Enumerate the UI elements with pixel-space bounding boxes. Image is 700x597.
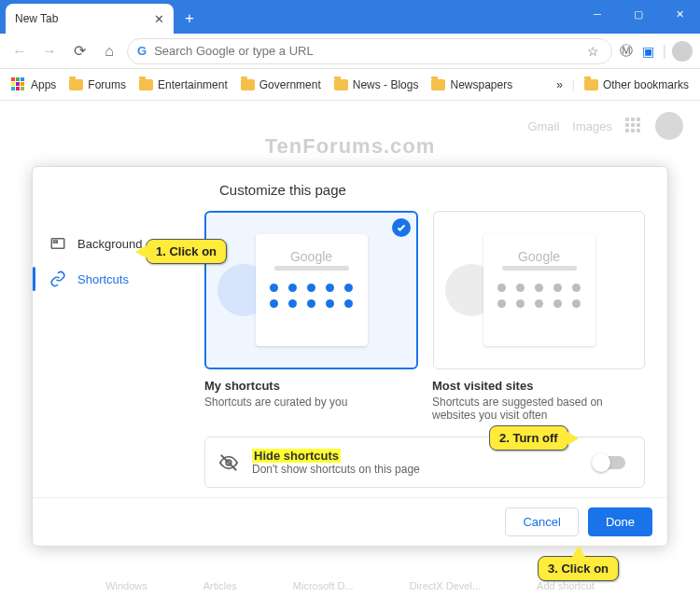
card-my-shortcuts[interactable]: Google <box>204 211 418 369</box>
card-subtitle: Shortcuts are suggested based on website… <box>432 396 645 422</box>
dialog-content: Google Google <box>182 207 667 497</box>
omnibox[interactable]: G ☆ <box>127 38 612 64</box>
maximize-button[interactable]: ▢ <box>618 0 659 28</box>
apps-icon <box>11 77 26 92</box>
titlebar: New Tab ✕ + ─ ▢ ✕ <box>0 0 700 34</box>
preview-thumbnail: Google <box>483 234 595 346</box>
dialog-footer: Cancel Done <box>33 497 667 546</box>
card-subtitle: Shortcuts are curated by you <box>204 396 417 409</box>
link-icon <box>49 271 66 287</box>
ntp-shortcuts-row: Windows Articles Microsoft D... DirectX … <box>0 580 700 591</box>
done-button[interactable]: Done <box>588 507 652 536</box>
google-g-icon: G <box>137 44 147 58</box>
home-button[interactable]: ⌂ <box>97 39 121 63</box>
bookmark-label: Government <box>259 78 321 91</box>
preview-dots <box>497 284 581 308</box>
bookmark-label: News - Blogs <box>353 78 419 91</box>
hide-title: Hide shortcuts <box>252 449 581 463</box>
hide-shortcuts-toggle[interactable] <box>594 456 625 469</box>
browser-tab[interactable]: New Tab ✕ <box>6 4 174 34</box>
extension-icon[interactable]: Ⓜ <box>618 43 635 60</box>
bookmark-folder[interactable]: Forums <box>69 78 126 91</box>
watermark-text: TenForums.com <box>265 134 436 159</box>
gmail-link[interactable]: Gmail <box>527 119 559 133</box>
window-controls: ─ ▢ ✕ <box>577 0 700 28</box>
annotation-step-3: 3. Click on <box>538 556 619 581</box>
cancel-button[interactable]: Cancel <box>505 507 578 536</box>
tab-title: New Tab <box>15 12 147 25</box>
preview-logo: Google <box>290 249 332 264</box>
reload-button[interactable]: ⟳ <box>67 39 91 63</box>
annotation-step-2: 2. Turn off <box>489 425 568 451</box>
account-avatar[interactable] <box>655 112 683 140</box>
shortcut-label: DirectX Devel... <box>410 580 481 591</box>
other-bookmarks-label: Other bookmarks <box>603 78 689 91</box>
apps-button[interactable]: Apps <box>11 77 56 92</box>
bookmarks-bar: Apps Forums Entertainment Government New… <box>0 69 700 101</box>
preview-logo: Google <box>518 249 560 264</box>
shortcut-label: Microsoft D... <box>293 580 354 591</box>
new-tab-page: Gmail Images TenForums.com Windows Artic… <box>0 101 700 597</box>
close-icon[interactable]: ✕ <box>154 12 164 26</box>
folder-icon <box>584 79 598 90</box>
preview-searchbar <box>274 266 349 271</box>
sidebar-label: Background <box>77 237 142 251</box>
forward-button[interactable]: → <box>37 39 62 63</box>
hide-subtitle: Don't show shortcuts on this page <box>252 463 581 476</box>
bookmark-folder[interactable]: Entertainment <box>139 78 228 91</box>
card-title: Most visited sites <box>432 379 645 393</box>
preview-dots <box>270 284 354 308</box>
divider: | <box>572 78 575 91</box>
folder-icon <box>139 79 153 90</box>
toolbar: ← → ⟳ ⌂ G ☆ Ⓜ ▣ | <box>0 34 700 69</box>
apps-grid-icon[interactable] <box>625 118 642 134</box>
svg-rect-1 <box>54 241 58 243</box>
address-input[interactable] <box>154 44 578 58</box>
ntp-header-links: Gmail Images <box>527 112 683 140</box>
preview-thumbnail: Google <box>256 234 368 346</box>
bookmark-overflow[interactable]: » <box>556 78 563 91</box>
preview-searchbar <box>502 266 577 271</box>
customize-dialog: Customize this page Background Shortcuts <box>32 166 668 547</box>
hide-shortcuts-row: Hide shortcuts Don't show shortcuts on t… <box>204 437 645 488</box>
images-link[interactable]: Images <box>572 119 612 133</box>
bookmark-folder[interactable]: News - Blogs <box>334 78 419 91</box>
shortcut-label: Add shortcut <box>537 580 595 591</box>
minimize-button[interactable]: ─ <box>577 0 618 28</box>
other-bookmarks[interactable]: Other bookmarks <box>584 78 689 91</box>
background-icon <box>49 235 66 252</box>
profile-avatar[interactable] <box>672 41 693 62</box>
apps-label: Apps <box>31 78 56 91</box>
bookmark-label: Newspapers <box>450 78 512 91</box>
close-window-button[interactable]: ✕ <box>659 0 700 28</box>
bookmark-folder[interactable]: Newspapers <box>431 78 512 91</box>
shortcut-label: Windows <box>105 580 147 591</box>
card-title: My shortcuts <box>204 379 417 393</box>
dialog-title: Customize this page <box>33 167 667 207</box>
new-tab-button[interactable]: + <box>177 7 202 31</box>
divider: | <box>663 43 666 60</box>
hide-icon <box>218 452 239 473</box>
sidebar-label: Shortcuts <box>77 272 129 286</box>
folder-icon <box>334 79 348 90</box>
sidebar-item-shortcuts[interactable]: Shortcuts <box>33 261 182 297</box>
folder-icon <box>431 79 445 90</box>
star-icon[interactable]: ☆ <box>585 43 602 60</box>
back-button[interactable]: ← <box>7 39 32 63</box>
folder-icon <box>241 79 255 90</box>
bookmark-folder[interactable]: Government <box>241 78 321 91</box>
check-icon <box>392 218 411 237</box>
folder-icon <box>69 79 83 90</box>
bookmark-label: Entertainment <box>158 78 228 91</box>
extension-icon-2[interactable]: ▣ <box>640 43 657 60</box>
bookmark-label: Forums <box>88 78 126 91</box>
card-most-visited[interactable]: Google <box>433 211 645 369</box>
shortcut-label: Articles <box>203 580 237 591</box>
annotation-step-1: 1. Click on <box>146 239 227 264</box>
